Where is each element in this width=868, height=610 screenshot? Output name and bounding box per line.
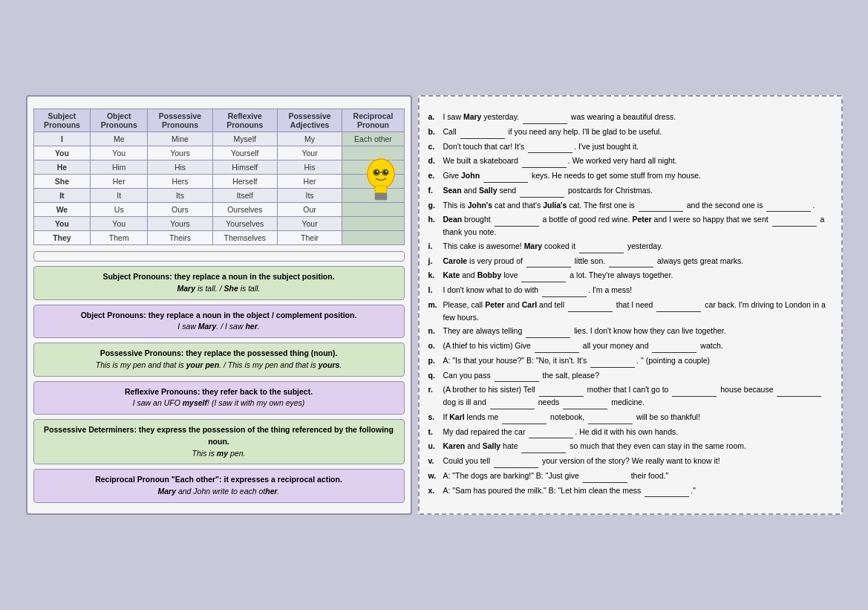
table-cell: Mine bbox=[148, 132, 213, 146]
blank bbox=[588, 412, 633, 424]
blank bbox=[526, 325, 570, 338]
blank bbox=[495, 214, 539, 227]
exercise-text: Call if you need any help. I'll be glad … bbox=[443, 126, 662, 139]
list-item: e.Give John keys. He needs to get some s… bbox=[428, 170, 832, 183]
blank bbox=[579, 241, 624, 253]
exercise-letter: t. bbox=[428, 426, 440, 439]
table-cell: Your bbox=[277, 217, 342, 231]
table-cell: Myself bbox=[212, 132, 277, 146]
exercise-text: (A thief to his victim) Give all your mo… bbox=[443, 340, 723, 353]
list-item: g.This is John's cat and that's Julia's … bbox=[428, 200, 832, 212]
blank bbox=[590, 355, 635, 368]
worksheet: SubjectPronouns ObjectPronouns Possessiv… bbox=[26, 95, 843, 515]
info-box-1: Object Pronouns: they replace a noun in … bbox=[33, 305, 405, 339]
exercise-text: A: "The dogs are barking!" B: "Just give… bbox=[443, 470, 669, 483]
svg-point-8 bbox=[385, 171, 387, 172]
table-cell: Him bbox=[91, 160, 148, 175]
table-cell: I bbox=[33, 132, 91, 146]
blank bbox=[523, 111, 567, 124]
blank bbox=[521, 441, 566, 453]
info-box-title: Reciprocal Pronoun "Each other": it expr… bbox=[40, 474, 398, 486]
info-box-title: Subject Pronouns: they replace a noun in… bbox=[40, 271, 398, 283]
blank bbox=[568, 299, 613, 312]
table-cell: Yourself bbox=[212, 146, 277, 160]
exercise-text: A: "Sam has poured the milk." B: "Let hi… bbox=[443, 485, 696, 498]
list-item: x.A: "Sam has poured the milk." B: "Let … bbox=[428, 485, 832, 498]
exercise-text: Sean and Sally send postcards for Christ… bbox=[443, 185, 653, 198]
table-cell: He bbox=[33, 160, 91, 175]
list-item: t.My dad repaired the car . He did it wi… bbox=[428, 426, 832, 439]
exercise-letter: m. bbox=[428, 299, 440, 324]
table-cell: Their bbox=[277, 231, 342, 245]
blank bbox=[528, 141, 572, 154]
list-item: u.Karen and Sally hate so much that they… bbox=[428, 441, 832, 453]
exercise-letter: f. bbox=[428, 185, 440, 198]
info-box-5: Reciprocal Pronoun "Each other": it expr… bbox=[33, 469, 405, 503]
blank bbox=[672, 384, 717, 397]
blank bbox=[563, 397, 607, 409]
exercise-letter: a. bbox=[428, 111, 440, 124]
exercise-text: Don't touch that car! It's . I've just b… bbox=[443, 141, 639, 154]
table-cell bbox=[342, 231, 404, 245]
table-cell: Themselves bbox=[212, 231, 277, 245]
exercise-letter: w. bbox=[428, 470, 440, 483]
svg-line-16 bbox=[364, 168, 367, 169]
list-item: n.They are always telling lies. I don't … bbox=[428, 325, 832, 338]
table-cell: Ours bbox=[148, 203, 213, 217]
exercise-text: Kate and Bobby love a lot. They're alway… bbox=[443, 270, 673, 282]
info-box-4: Possessive Determiners: they express the… bbox=[33, 419, 405, 464]
exercise-letter: p. bbox=[428, 355, 440, 368]
col-header-adj: PossessiveAdjectives bbox=[277, 109, 342, 132]
blank bbox=[535, 340, 579, 353]
exercise-text: Can you pass the salt, please? bbox=[443, 370, 600, 383]
table-cell: Our bbox=[277, 203, 342, 217]
info-box-3: Reflexive Pronouns: they refer back to t… bbox=[33, 381, 405, 415]
info-box-0: Subject Pronouns: they replace a noun in… bbox=[33, 266, 405, 300]
exercise-letter: s. bbox=[428, 412, 440, 424]
exercise-text: Please, call Peter and Carl and tell tha… bbox=[443, 299, 832, 324]
table-cell: My bbox=[277, 132, 342, 146]
blank bbox=[522, 155, 567, 168]
blank bbox=[539, 384, 584, 397]
exercise-text: My dad repaired the car . He did it with… bbox=[443, 426, 679, 439]
exercise-letter: r. bbox=[428, 384, 440, 409]
table-cell: Hers bbox=[148, 175, 213, 189]
blank bbox=[521, 270, 566, 282]
blank bbox=[520, 185, 564, 198]
svg-line-15 bbox=[395, 168, 398, 169]
list-item: l.I don't know what to do with . I'm a m… bbox=[428, 285, 832, 297]
table-cell: You bbox=[33, 146, 91, 160]
blank bbox=[645, 485, 689, 498]
list-item: o.(A thief to his victim) Give all your … bbox=[428, 340, 832, 353]
exercise-letter: j. bbox=[428, 256, 440, 268]
list-item: p.A: "Is that your house?" B: "No, it is… bbox=[428, 355, 832, 368]
svg-rect-1 bbox=[375, 186, 387, 193]
exercise-letter: q. bbox=[428, 370, 440, 383]
exercise-letter: u. bbox=[428, 441, 440, 453]
svg-rect-4 bbox=[375, 198, 387, 200]
blank bbox=[777, 384, 821, 397]
lightbulb-icon bbox=[361, 153, 402, 212]
table-cell: It bbox=[91, 189, 148, 203]
list-item: r.(A brother to his sister) Tell mother … bbox=[428, 384, 832, 409]
info-box-title: Possessive Determiners: they express the… bbox=[40, 424, 398, 448]
table-cell: You bbox=[91, 146, 148, 160]
blank bbox=[609, 256, 653, 268]
exercise-letter: i. bbox=[428, 241, 440, 253]
blank bbox=[502, 412, 546, 424]
blank bbox=[494, 455, 538, 468]
exercise-text: Could you tell your version of the story… bbox=[443, 455, 720, 468]
lightbulb-container bbox=[361, 153, 402, 214]
exercise-letter: x. bbox=[428, 485, 440, 498]
list-item: v.Could you tell your version of the sto… bbox=[428, 455, 832, 468]
exercise-text: This cake is awesome! Mary cooked it yes… bbox=[443, 241, 663, 253]
info-box-body: I saw Mary. / I saw her. bbox=[40, 321, 398, 333]
table-cell: Your bbox=[277, 146, 342, 160]
exercise-text: A: "Is that your house?" B: "No, it isn'… bbox=[443, 355, 711, 368]
table-cell: Us bbox=[91, 203, 148, 217]
blank bbox=[583, 470, 627, 483]
blank bbox=[490, 397, 535, 409]
exercise-text: I saw Mary yesterday. was wearing a beau… bbox=[443, 111, 676, 124]
svg-line-14 bbox=[369, 158, 371, 160]
right-panel: a.I saw Mary yesterday. was wearing a be… bbox=[418, 95, 843, 515]
